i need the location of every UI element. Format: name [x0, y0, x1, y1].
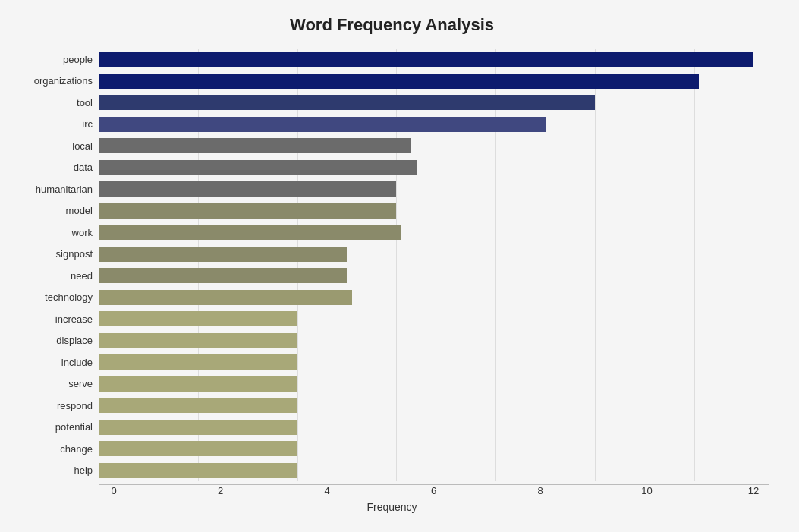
bar-signpost	[99, 247, 347, 262]
x-tick-label: 8	[525, 485, 555, 496]
bar-row	[99, 224, 769, 241]
x-tick-label: 12	[738, 485, 769, 496]
y-label: change	[60, 439, 93, 458]
y-label: serve	[68, 374, 93, 394]
x-axis: 024681012 Frequency	[15, 484, 769, 513]
bar-row	[99, 246, 769, 263]
y-label: irc	[82, 115, 93, 134]
y-label: people	[63, 49, 93, 69]
bar-row	[99, 203, 769, 219]
y-label: work	[72, 222, 93, 242]
bar-row	[99, 267, 769, 284]
bar-work	[99, 225, 401, 240]
chart-area: peopleorganizationstoolirclocaldatahuman…	[15, 49, 769, 481]
bar-help	[99, 463, 297, 478]
bar-row	[99, 332, 769, 349]
bar-row	[99, 289, 769, 306]
y-label: displace	[56, 331, 93, 351]
bars-section	[99, 49, 769, 481]
bar-displace	[99, 333, 297, 348]
bar-row	[99, 440, 769, 457]
bar-row	[99, 419, 769, 436]
y-label: tool	[77, 93, 93, 112]
bar-row	[99, 181, 769, 197]
bar-include	[99, 354, 297, 370]
x-tick-label: 2	[206, 485, 236, 496]
bar-row	[99, 94, 769, 111]
bar-data	[99, 160, 417, 175]
y-label: local	[72, 136, 93, 156]
y-label: signpost	[56, 244, 93, 264]
y-label: potential	[55, 417, 93, 437]
y-label: need	[71, 266, 93, 285]
y-label: respond	[57, 395, 93, 415]
y-label: include	[61, 352, 93, 372]
bar-row	[99, 376, 769, 392]
bar-row	[99, 137, 769, 154]
bar-local	[99, 138, 411, 153]
y-label: increase	[55, 309, 93, 329]
x-axis-title: Frequency	[15, 501, 769, 513]
chart-container: Word Frequency Analysis peopleorganizati…	[0, 0, 799, 532]
bar-humanitarian	[99, 181, 396, 197]
bars-wrapper	[99, 49, 769, 481]
bar-row	[99, 462, 769, 479]
y-label: data	[74, 158, 93, 178]
y-labels: peopleorganizationstoolirclocaldatahuman…	[15, 49, 99, 481]
bar-irc	[99, 117, 546, 132]
bar-need	[99, 268, 347, 283]
bar-row	[99, 116, 769, 133]
bar-potential	[99, 420, 297, 435]
bar-row	[99, 397, 769, 414]
x-tick-label: 0	[99, 485, 129, 496]
bar-technology	[99, 290, 352, 305]
x-tick-label: 4	[312, 485, 342, 496]
bar-row	[99, 159, 769, 176]
bar-change	[99, 441, 297, 456]
chart-title: Word Frequency Analysis	[15, 15, 769, 35]
bar-model	[99, 203, 396, 219]
bar-respond	[99, 398, 297, 413]
bar-row	[99, 310, 769, 327]
x-tick-label: 10	[632, 485, 662, 496]
bar-row	[99, 73, 769, 90]
x-axis-labels: 024681012	[99, 485, 769, 496]
y-label: model	[66, 201, 93, 221]
y-label: help	[74, 461, 93, 480]
bar-row	[99, 51, 769, 68]
bar-increase	[99, 311, 297, 326]
x-tick-label: 6	[419, 485, 449, 496]
bar-tool	[99, 95, 595, 110]
bar-organizations	[99, 74, 699, 89]
y-label: organizations	[34, 71, 93, 91]
bar-row	[99, 354, 769, 370]
y-label: humanitarian	[36, 179, 93, 199]
bar-people	[99, 52, 753, 67]
bar-serve	[99, 376, 297, 392]
y-label: technology	[45, 288, 93, 307]
